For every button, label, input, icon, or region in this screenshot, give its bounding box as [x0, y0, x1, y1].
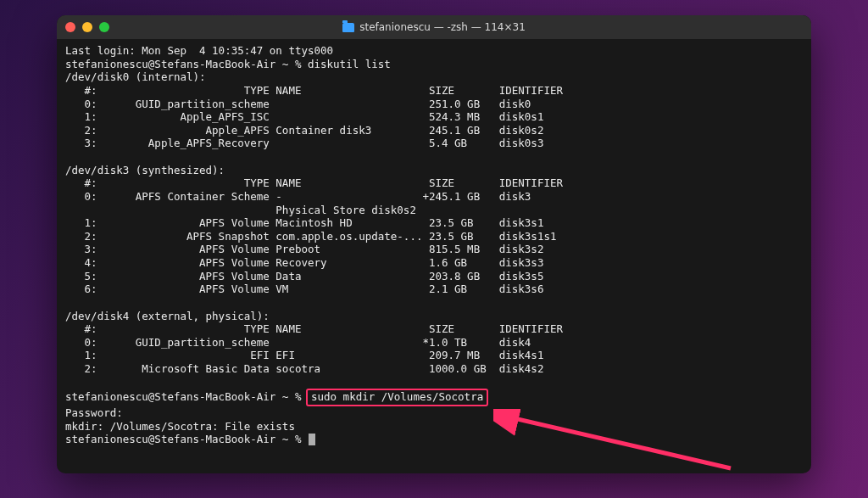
command-diskutil: diskutil list	[308, 58, 391, 70]
disk4-header: /dev/disk4 (external, physical):	[65, 310, 270, 322]
command-mkdir: sudo mkdir /Volumes/Socotra	[311, 390, 483, 403]
traffic-lights	[65, 22, 109, 32]
terminal-content[interactable]: Last login: Mon Sep 4 10:35:47 on ttys00…	[57, 39, 811, 473]
titlebar[interactable]: stefanionescu — -zsh — 114×31	[57, 15, 811, 39]
disk0-header: /dev/disk0 (internal):	[65, 70, 206, 83]
disk3-header: /dev/disk3 (synthesized):	[65, 164, 225, 176]
disk3-row-3: 3: APFS Volume Preboot 815.5 MB disk3s2	[65, 243, 543, 255]
folder-icon	[342, 23, 354, 32]
prompt-2: stefanionescu@Stefans-MacBook-Air ~ %	[65, 390, 308, 403]
window-title: stefanionescu — -zsh — 114×31	[57, 21, 811, 33]
disk0-row-2: 2: Apple_APFS Container disk3 245.1 GB d…	[65, 124, 543, 137]
disk0-row-0: 0: GUID_partition_scheme 251.0 GB disk0	[65, 98, 531, 110]
prompt-3: stefanionescu@Stefans-MacBook-Air ~ %	[65, 433, 308, 445]
disk4-row-2: 2: Microsoft Basic Data socotra 1000.0 G…	[65, 362, 543, 375]
password-prompt: Password:	[65, 406, 123, 419]
disk3-phys: Physical Store disk0s2	[65, 204, 416, 216]
close-icon[interactable]	[65, 22, 75, 32]
disk4-cols: #: TYPE NAME SIZE IDENTIFIER	[65, 322, 563, 335]
fullscreen-icon[interactable]	[99, 22, 109, 32]
disk3-row-0: 0: APFS Container Scheme - +245.1 GB dis…	[65, 190, 531, 203]
disk4-row-1: 1: EFI EFI 209.7 MB disk4s1	[65, 349, 543, 361]
disk3-row-4: 4: APFS Volume Recovery 1.6 GB disk3s3	[65, 256, 543, 269]
mkdir-output: mkdir: /Volumes/Socotra: File exists	[65, 420, 295, 433]
disk3-row-6: 6: APFS Volume VM 2.1 GB disk3s6	[65, 283, 543, 295]
terminal-window: stefanionescu — -zsh — 114×31 Last login…	[57, 15, 811, 473]
disk3-row-2: 2: APFS Snapshot com.apple.os.update-...…	[65, 230, 556, 243]
disk0-row-1: 1: Apple_APFS_ISC 524.3 MB disk0s1	[65, 110, 543, 123]
disk3-row-1: 1: APFS Volume Macintosh HD 23.5 GB disk…	[65, 216, 543, 229]
prompt-1: stefanionescu@Stefans-MacBook-Air ~ %	[65, 58, 308, 70]
title-text: stefanionescu — -zsh — 114×31	[359, 21, 526, 33]
disk3-cols: #: TYPE NAME SIZE IDENTIFIER	[65, 176, 563, 189]
last-login-line: Last login: Mon Sep 4 10:35:47 on ttys00…	[65, 44, 333, 57]
minimize-icon[interactable]	[82, 22, 92, 32]
disk4-row-0: 0: GUID_partition_scheme *1.0 TB disk4	[65, 336, 531, 349]
disk0-cols: #: TYPE NAME SIZE IDENTIFIER	[65, 84, 563, 97]
cursor-icon	[309, 434, 315, 445]
disk0-row-3: 3: Apple_APFS_Recovery 5.4 GB disk0s3	[65, 137, 543, 149]
disk3-row-5: 5: APFS Volume Data 203.8 GB disk3s5	[65, 270, 543, 283]
highlighted-command: sudo mkdir /Volumes/Socotra	[306, 389, 488, 406]
